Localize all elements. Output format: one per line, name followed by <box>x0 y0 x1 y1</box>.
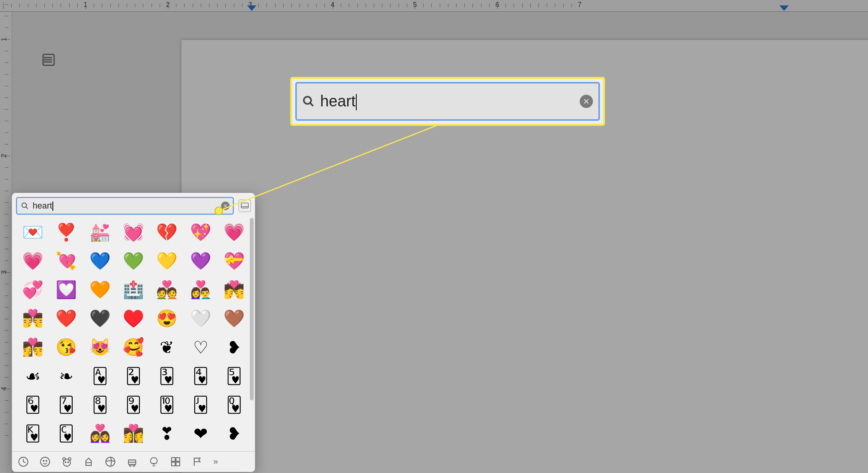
emoji-picker-panel: heart 💌❣️💒💓💔💖💗💗💘💙💚💛💜💝💞💟🧡🏥💑👩‍❤️‍👨💏👨‍❤️‍💋‍… <box>12 193 255 472</box>
clear-search-button[interactable] <box>221 202 230 210</box>
emoji-three-hearts-card[interactable]: 🂳 <box>151 362 183 390</box>
emoji-eight-hearts-card[interactable]: 🂸 <box>84 391 116 418</box>
emoji-king-hearts-card[interactable]: 🂾 <box>17 420 49 447</box>
emoji-jack-hearts-card[interactable]: 🂻 <box>185 391 216 418</box>
emoji-kiss[interactable]: 💏 <box>218 276 250 303</box>
vruler-number: 2 <box>0 154 8 158</box>
emoji-nine-hearts-card[interactable]: 🂹 <box>117 391 149 418</box>
emoji-hospital[interactable]: 🏥 <box>117 276 149 303</box>
svg-point-13 <box>22 203 27 208</box>
svg-point-23 <box>43 461 44 461</box>
emoji-smiling-heart-eyes[interactable]: 😍 <box>151 305 183 332</box>
clear-search-button[interactable] <box>580 95 593 108</box>
category-animals[interactable] <box>61 456 73 468</box>
emoji-green-heart[interactable]: 💚 <box>117 247 149 275</box>
ruler-number: 5 <box>413 1 417 9</box>
emoji-ace-hearts-card[interactable]: 🂱 <box>84 362 116 390</box>
vruler-number: 3 <box>0 270 8 274</box>
emoji-search-field[interactable]: heart <box>16 197 234 215</box>
emoji-two-hearts-card[interactable]: 🂲 <box>117 362 149 390</box>
emoji-broken-heart[interactable]: 💔 <box>151 219 183 246</box>
emoji-rotated-heart-bullet[interactable]: ❥ <box>218 334 250 361</box>
emoji-couple-with-heart[interactable]: 💑 <box>151 276 183 303</box>
emoji-couple-heart-wm[interactable]: 👩‍❤️‍👨 <box>185 276 216 303</box>
emoji-brown-heart[interactable]: 🤎 <box>218 305 250 332</box>
emoji-search-value: heart <box>33 201 221 211</box>
emoji-floral-heart[interactable]: ❦ <box>151 334 183 361</box>
emoji-cat-heart-eyes[interactable]: 😻 <box>84 334 116 361</box>
svg-point-24 <box>46 461 47 461</box>
emoji-growing-heart[interactable]: 💗 <box>17 247 49 275</box>
emoji-white-heart[interactable]: 🤍 <box>185 305 216 332</box>
emoji-heavy-heart-exclamation[interactable]: ❣ <box>151 420 183 447</box>
emoji-growing-heart-pink[interactable]: 💗 <box>218 219 250 246</box>
category-travel[interactable] <box>126 456 138 468</box>
category-more-button[interactable]: » <box>213 457 219 467</box>
outline-icon[interactable] <box>42 53 55 66</box>
category-food[interactable] <box>83 456 94 468</box>
ruler-number: 6 <box>495 1 499 9</box>
svg-rect-38 <box>172 462 175 466</box>
emoji-heart-exclamation[interactable]: ❣️ <box>50 219 82 246</box>
emoji-love-letter[interactable]: 💌 <box>17 219 49 246</box>
emoji-couple-heart-ww[interactable]: 👩‍❤️‍👩 <box>84 420 116 447</box>
emoji-kiss-wm[interactable]: 👩‍❤️‍💋‍👨 <box>17 334 49 361</box>
category-smileys[interactable] <box>39 456 51 468</box>
emoji-revolving-hearts[interactable]: 💞 <box>17 276 49 303</box>
svg-point-33 <box>129 464 131 466</box>
emoji-wedding[interactable]: 💒 <box>84 219 116 246</box>
emoji-red-heart[interactable]: ❤️ <box>50 305 82 332</box>
svg-point-6 <box>44 62 45 62</box>
category-flags[interactable] <box>192 456 203 468</box>
emoji-heart-with-arrow[interactable]: 💘 <box>50 247 82 275</box>
emoji-face-blowing-kiss[interactable]: 😘 <box>50 334 82 361</box>
ruler-number: 4 <box>331 1 335 9</box>
emoji-white-heart-suit[interactable]: ♡ <box>185 334 216 361</box>
category-activity[interactable] <box>105 456 116 468</box>
emoji-four-hearts-card[interactable]: 🂴 <box>185 362 216 390</box>
emoji-seven-hearts-card[interactable]: 🂷 <box>50 391 82 418</box>
emoji-five-hearts-card[interactable]: 🂵 <box>218 362 250 390</box>
emoji-ten-hearts-card[interactable]: 🂺 <box>151 391 183 418</box>
emoji-heart-suit[interactable]: ♥️ <box>117 305 149 332</box>
scrollbar-thumb[interactable] <box>250 218 254 400</box>
emoji-yellow-heart[interactable]: 💛 <box>151 247 183 275</box>
category-objects[interactable] <box>148 456 160 468</box>
emoji-category-bar: » <box>12 451 255 472</box>
emoji-kiss-ww[interactable]: 👩‍❤️‍💋‍👩 <box>117 420 149 447</box>
category-symbols[interactable] <box>170 456 181 468</box>
ruler-number: 1 <box>84 1 87 9</box>
emoji-six-hearts-card[interactable]: 🂶 <box>17 391 49 418</box>
emoji-heart-with-ribbon[interactable]: 💝 <box>218 247 250 275</box>
emoji-purple-heart[interactable]: 💜 <box>185 247 216 275</box>
expand-character-viewer-button[interactable] <box>239 200 251 212</box>
svg-point-31 <box>106 457 115 466</box>
emoji-knight-hearts-card[interactable]: 🂼 <box>50 420 82 447</box>
emoji-black-heart[interactable]: 🖤 <box>84 305 116 332</box>
emoji-heavy-black-heart[interactable]: ❤ <box>185 420 216 447</box>
svg-line-8 <box>310 103 313 106</box>
emoji-orange-heart[interactable]: 🧡 <box>84 276 116 303</box>
emoji-reversed-floral-heart[interactable]: ☙ <box>17 362 49 390</box>
emoji-queen-hearts-card[interactable]: 🂽 <box>218 391 250 418</box>
emoji-beating-heart[interactable]: 💓 <box>117 219 149 246</box>
emoji-sparkling-heart[interactable]: 💖 <box>185 219 216 246</box>
svg-rect-36 <box>172 458 175 461</box>
svg-point-22 <box>40 457 49 466</box>
emoji-results-grid: 💌❣️💒💓💔💖💗💗💘💙💚💛💜💝💞💟🧡🏥💑👩‍❤️‍👨💏👨‍❤️‍💋‍👨❤️🖤♥️… <box>12 217 255 451</box>
emoji-rotated-heavy-heart[interactable]: ❥ <box>218 420 250 447</box>
svg-rect-37 <box>176 458 180 461</box>
emoji-grid-scrollbar[interactable] <box>250 218 254 424</box>
emoji-heart-decoration[interactable]: 💟 <box>50 276 82 303</box>
category-frequently-used[interactable] <box>17 456 29 468</box>
search-icon <box>21 202 29 210</box>
emoji-rotated-floral-heart[interactable]: ❧ <box>50 362 82 390</box>
emoji-blue-heart[interactable]: 💙 <box>84 247 116 275</box>
svg-rect-17 <box>241 203 248 208</box>
vertical-ruler: 1234 <box>0 12 12 473</box>
emoji-kiss-mm[interactable]: 👨‍❤️‍💋‍👨 <box>17 305 49 332</box>
emoji-smiling-hearts[interactable]: 🥰 <box>117 334 149 361</box>
callout-search-field[interactable]: heart <box>295 82 600 121</box>
ruler-number: 2 <box>166 1 170 9</box>
ruler-number: 7 <box>578 1 582 9</box>
